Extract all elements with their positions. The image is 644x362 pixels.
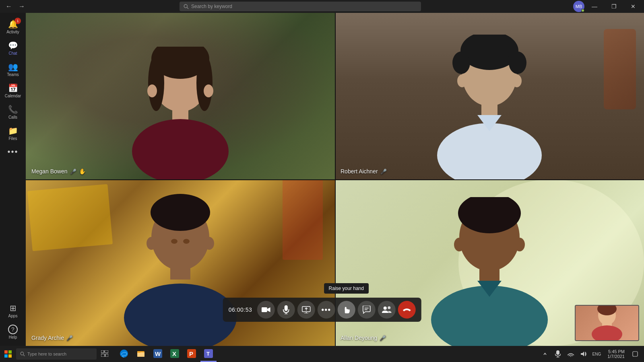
svg-point-15 — [437, 123, 542, 179]
svg-rect-36 — [261, 307, 267, 312]
taskbar-apps: W X P T — [116, 346, 217, 362]
megan-hand-icon: ✋ — [79, 168, 86, 175]
raise-hand-button[interactable] — [337, 301, 355, 319]
sidebar-item-calls[interactable]: 📞 Calls — [0, 101, 26, 123]
participants-icon — [382, 306, 391, 314]
titlebar-search-input[interactable] — [191, 4, 417, 9]
user-avatar[interactable]: MB — [573, 1, 584, 12]
tray-network[interactable] — [565, 348, 576, 360]
clock-time: 5:45 PM — [607, 349, 625, 354]
more-icon: ••• — [7, 147, 18, 156]
taskbar-explorer[interactable] — [133, 346, 149, 362]
control-bar: 06:00:53 ••• Raise your hand — [223, 298, 421, 322]
minimize-button[interactable]: — — [585, 0, 604, 13]
megan-name-text: Megan Bowen — [31, 168, 68, 175]
taskbar-teams[interactable]: T — [200, 346, 217, 362]
tray-mic-icon — [555, 350, 561, 358]
raise-hand-wrap: Raise your hand — [337, 301, 355, 319]
taskbar-powerpoint[interactable]: P — [184, 346, 200, 362]
tray-chevron[interactable] — [539, 348, 551, 360]
sidebar-item-files[interactable]: 📁 Files — [0, 123, 26, 144]
restore-button[interactable]: ❐ — [605, 0, 623, 13]
svg-text:P: P — [189, 350, 193, 357]
sidebar-item-label-calendar: Calendar — [5, 94, 21, 98]
svg-rect-44 — [345, 307, 346, 311]
svg-point-7 — [132, 119, 229, 179]
mic-button[interactable] — [277, 301, 295, 319]
share-button[interactable] — [297, 301, 315, 319]
taskbar-taskview[interactable] — [97, 346, 113, 362]
taskbar-clock[interactable]: 5:45 PM 1/7/2021 — [604, 349, 628, 359]
svg-point-5 — [196, 55, 213, 111]
video-tile-megan: Megan Bowen 🎤 ✋ — [26, 13, 335, 179]
apps-icon: ⊞ — [10, 303, 17, 313]
sidebar-item-activity[interactable]: 1 🔔 Activity — [0, 16, 26, 37]
svg-point-22 — [147, 237, 156, 250]
titlebar-controls: MB — ❐ ✕ — [573, 0, 644, 13]
sidebar-item-more[interactable]: ••• — [0, 144, 26, 160]
participant-name-allan: Allan Deyoung 🎤 — [341, 335, 386, 341]
person-allan — [417, 197, 562, 346]
tray-mic[interactable] — [552, 348, 564, 360]
svg-rect-28 — [479, 269, 500, 281]
taskbar-word[interactable]: W — [150, 346, 166, 362]
grid-line-horizontal — [26, 179, 644, 180]
allan-name-text: Allan Deyoung — [341, 335, 377, 341]
person-megan — [116, 47, 245, 179]
video-tile-robert: Robert Aichner 🎤 — [335, 13, 644, 179]
taskbar-search[interactable]: Type here to search — [16, 348, 97, 360]
robert-name-text: Robert Aichner — [341, 168, 378, 175]
svg-point-31 — [514, 238, 525, 251]
forward-button[interactable]: → — [16, 1, 27, 12]
windows-logo-icon — [4, 350, 12, 358]
end-call-button[interactable] — [398, 301, 415, 319]
svg-point-17 — [512, 74, 522, 87]
sidebar-item-label-help: Help — [9, 335, 17, 339]
sidebar-item-calendar[interactable]: 📅 Calendar — [0, 80, 26, 101]
notification-icon — [632, 351, 638, 357]
windows-start-button[interactable] — [0, 346, 16, 362]
svg-point-16 — [457, 74, 467, 87]
svg-line-54 — [23, 355, 25, 356]
sidebar-item-chat[interactable]: 💬 Chat — [0, 37, 26, 59]
video-bg-robert — [335, 13, 644, 179]
tray-language[interactable]: ENG — [591, 348, 603, 360]
close-button[interactable]: ✕ — [624, 0, 642, 13]
tray-volume[interactable] — [578, 348, 589, 360]
taskbar-edge[interactable] — [116, 346, 132, 362]
camera-icon — [261, 306, 270, 313]
share-icon — [301, 306, 310, 313]
chat-button[interactable] — [357, 301, 375, 319]
svg-rect-37 — [284, 305, 287, 311]
allan-mic-icon: 🎤 — [380, 335, 386, 341]
svg-rect-14 — [481, 104, 497, 115]
svg-point-48 — [388, 306, 390, 309]
svg-point-4 — [148, 55, 164, 111]
svg-rect-49 — [4, 350, 8, 354]
more-dots-icon: ••• — [321, 305, 331, 315]
svg-rect-71 — [556, 350, 559, 355]
sidebar-item-apps[interactable]: ⊞ Apps — [8, 300, 18, 321]
svg-rect-75 — [633, 352, 638, 356]
camera-button[interactable] — [257, 301, 275, 319]
taskbar-excel[interactable]: X — [167, 346, 183, 362]
sidebar-item-teams[interactable]: 👥 Teams — [0, 59, 26, 80]
tray-notifications[interactable] — [630, 348, 641, 360]
titlebar: ← → MB — ❐ ✕ — [0, 0, 644, 13]
word-icon: W — [153, 349, 162, 358]
sidebar: 1 🔔 Activity 💬 Chat 👥 Teams 📅 Calendar 📞… — [0, 13, 26, 346]
clock-date: 1/7/2021 — [607, 354, 625, 359]
svg-rect-50 — [8, 350, 12, 354]
sidebar-item-help[interactable]: ? Help — [8, 321, 18, 343]
end-call-icon — [402, 307, 411, 313]
excel-icon: X — [170, 349, 179, 358]
svg-rect-55 — [101, 350, 104, 353]
more-button[interactable]: ••• — [317, 301, 335, 319]
svg-rect-56 — [105, 350, 108, 353]
video-grid: Megan Bowen 🎤 ✋ — [26, 13, 644, 346]
svg-text:X: X — [172, 350, 176, 357]
titlebar-search[interactable] — [180, 2, 421, 11]
participants-button[interactable] — [378, 301, 395, 319]
help-icon: ? — [8, 325, 18, 334]
back-button[interactable]: ← — [3, 1, 14, 12]
